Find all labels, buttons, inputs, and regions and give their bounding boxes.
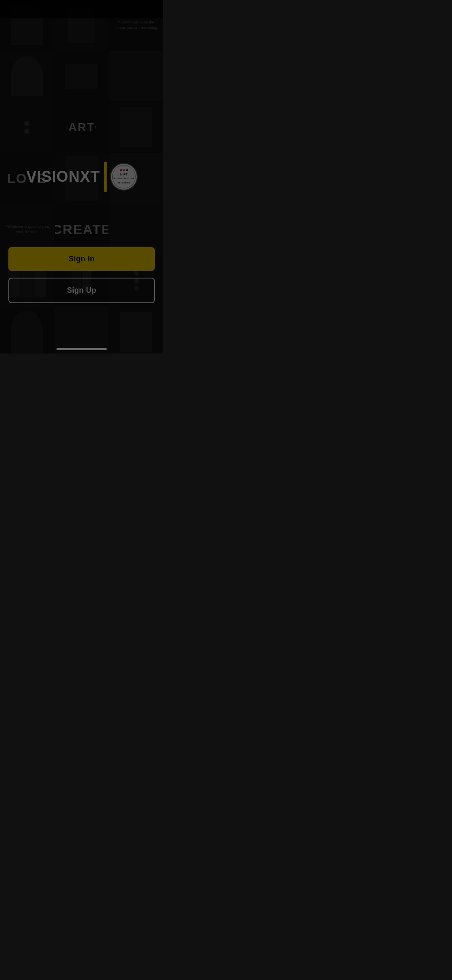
dark-overlay — [0, 0, 163, 353]
home-indicator — [56, 348, 107, 350]
status-bar — [0, 0, 163, 18]
